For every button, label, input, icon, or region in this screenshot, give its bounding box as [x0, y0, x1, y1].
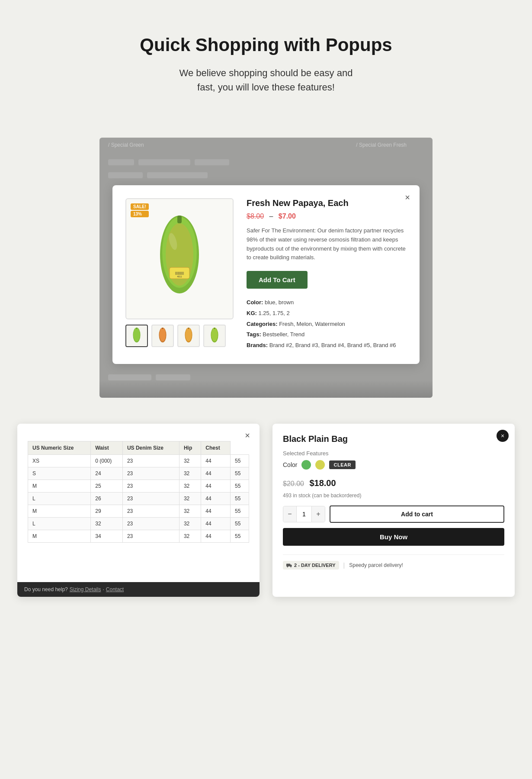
color-selection-row: Color CLEAR [283, 460, 504, 470]
table-row: S2423324455 [28, 467, 249, 480]
tags-label: Tags: [247, 331, 261, 338]
sale-badge: SALE! [131, 203, 149, 210]
table-cell: 26 [91, 492, 123, 505]
bag-title: Black Plain Bag [283, 434, 504, 444]
col-header-us-size: US Numeric Size [28, 441, 91, 454]
thumb-svg-3 [181, 327, 196, 345]
brands-label: Brands: [247, 342, 268, 348]
thumb-svg-2 [155, 327, 170, 345]
papaya-popup-modal: × SALE! 13% [112, 185, 420, 364]
table-cell: 32 [179, 492, 201, 505]
svg-point-10 [133, 328, 140, 341]
table-cell: 32 [179, 530, 201, 542]
delivery-description: Speedy parcel delivery! [349, 562, 403, 568]
table-row: L2623324455 [28, 492, 249, 505]
table-cell: 55 [231, 467, 249, 480]
percent-badge: 13% [131, 211, 149, 217]
table-cell: 23 [122, 517, 179, 530]
size-chart-popup: × US Numeric Size Waist US Denim Size Hi… [17, 424, 260, 597]
svg-rect-3 [177, 216, 182, 223]
table-cell: 55 [231, 454, 249, 467]
selected-features-label: Selected Features [283, 450, 504, 457]
product-description: Safer For The Environment: Our denim fac… [247, 226, 407, 262]
delivery-badge-text: 2 - DAY DELIVERY [294, 563, 336, 568]
product-info: Fresh New Papaya, Each $8.00 – $7.00 Saf… [247, 198, 407, 351]
table-cell: 29 [91, 505, 123, 517]
svg-point-19 [212, 328, 218, 341]
color-meta: Color: blue, brown [247, 297, 407, 308]
table-cell: 55 [231, 492, 249, 505]
table-cell: 32 [179, 454, 201, 467]
size-chart-table: US Numeric Size Waist US Denim Size Hip … [28, 441, 249, 543]
categories-meta: Categories: Fresh, Melon, Watermelon [247, 319, 407, 330]
svg-point-16 [186, 328, 192, 341]
table-cell: 55 [231, 505, 249, 517]
bg-bar [108, 374, 151, 380]
add-to-cart-bag-button[interactable]: Add to cart [330, 505, 504, 523]
color-swatch-yellow[interactable] [315, 460, 325, 470]
papaya-popup-area: / Special Green / Special Green Fresh × … [0, 138, 532, 398]
table-cell: 23 [122, 480, 179, 492]
bag-close-button[interactable]: × [497, 430, 509, 442]
add-to-cart-button[interactable]: Add To Cart [247, 271, 308, 289]
quantity-decrease-button[interactable]: − [283, 506, 296, 522]
thumbnail-2[interactable] [151, 325, 174, 347]
product-main-image: SALE! 13% ||| [125, 198, 234, 319]
table-cell: 44 [201, 467, 231, 480]
clear-color-button[interactable]: CLEAR [329, 460, 355, 469]
col-header-waist: Waist [91, 441, 123, 454]
table-row: M3423324455 [28, 530, 249, 542]
bg-bar [195, 159, 229, 165]
svg-rect-14 [162, 328, 163, 329]
quantity-row: − 1 + Add to cart [283, 505, 504, 523]
bottom-fade [99, 380, 433, 398]
brands-meta: Brands: Brand #2, Brand #3, Brand #4, Br… [247, 340, 407, 351]
footer-help-text: Do you need help? [24, 586, 68, 592]
table-cell: 32 [179, 480, 201, 492]
table-cell: 23 [122, 467, 179, 480]
col-header-denim: US Denim Size [122, 441, 179, 454]
contact-link[interactable]: Contact [106, 586, 124, 592]
thumbnail-4[interactable] [203, 325, 226, 347]
bg-bar [108, 159, 134, 165]
cell-size: S [28, 467, 91, 480]
svg-point-23 [290, 566, 292, 567]
background-blur-layer: / Special Green / Special Green Fresh × … [99, 138, 433, 398]
table-cell: 0 (000) [91, 454, 123, 467]
thumbnail-3[interactable] [177, 325, 200, 347]
truck-icon [286, 563, 292, 567]
buy-now-button[interactable]: Buy Now [283, 528, 504, 546]
price-new: $7.00 [279, 212, 296, 220]
thumbnail-1[interactable] [125, 325, 148, 347]
col-header-chest: Chest [201, 441, 231, 454]
sizing-details-link[interactable]: Sizing Details [70, 586, 101, 592]
table-row: M2523324455 [28, 480, 249, 492]
tags-value: Bestseller, Trend [263, 331, 304, 338]
table-cell: 32 [179, 505, 201, 517]
quantity-value: 1 [296, 506, 312, 522]
table-row: M2923324455 [28, 505, 249, 517]
svg-rect-17 [188, 328, 189, 329]
hero-section: Quick Shopping with Popups We believe sh… [0, 0, 532, 112]
size-chart-close-button[interactable]: × [241, 430, 253, 442]
second-row: × US Numeric Size Waist US Denim Size Hi… [17, 424, 515, 614]
size-table-body: XS0 (000)23324455S2423324455M2523324455L… [28, 454, 249, 542]
price-separator: – [269, 212, 273, 220]
thumb-svg-1 [129, 327, 144, 345]
bg-row-1 [108, 159, 424, 168]
table-cell: 44 [201, 454, 231, 467]
bag-price-new: $18.00 [309, 478, 336, 488]
quantity-increase-button[interactable]: + [312, 506, 325, 522]
color-label: Color [283, 461, 297, 468]
bg-label-left: / Special Green [108, 142, 144, 148]
color-meta-value: blue, brown [265, 299, 294, 306]
table-cell: 55 [231, 517, 249, 530]
quantity-stepper[interactable]: − 1 + [283, 506, 325, 522]
papaya-close-button[interactable]: × [401, 191, 413, 203]
color-swatch-green[interactable] [301, 460, 311, 470]
kg-meta-label: KG: [247, 310, 257, 316]
cell-size: L [28, 492, 91, 505]
col-header-hip: Hip [179, 441, 201, 454]
svg-rect-11 [136, 328, 137, 329]
svg-point-13 [160, 328, 166, 341]
